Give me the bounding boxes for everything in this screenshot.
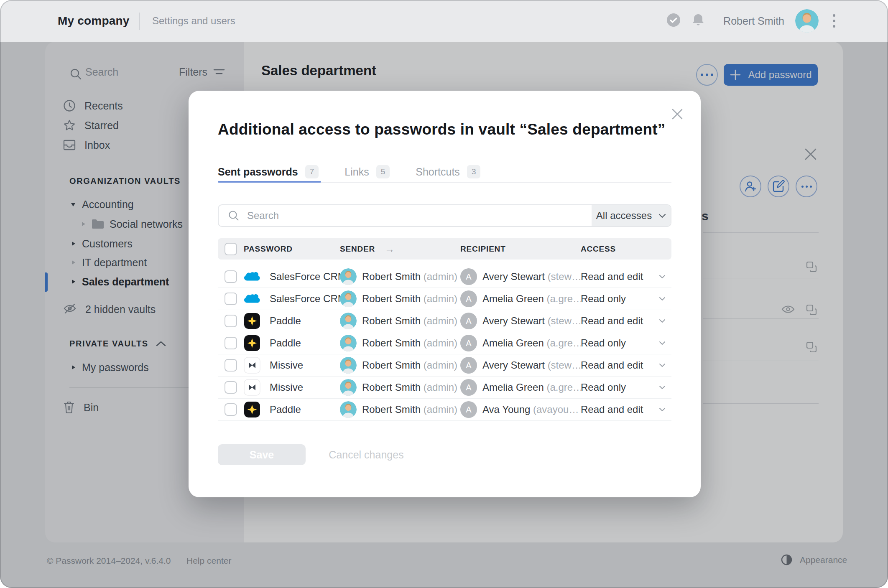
- row-checkbox[interactable]: [225, 381, 237, 394]
- company-name: My company: [58, 0, 130, 42]
- arrow-right-icon: →: [385, 243, 395, 255]
- topbar-divider: [139, 13, 140, 30]
- cancel-changes-button[interactable]: Cancel changes: [295, 444, 437, 465]
- salesforce-icon: [244, 290, 260, 307]
- row-checkbox[interactable]: [225, 403, 237, 416]
- tab-shortcuts[interactable]: Shortcuts 3: [416, 161, 480, 183]
- recipient-name: Amelia Green: [482, 337, 544, 349]
- row-checkbox[interactable]: [225, 337, 237, 349]
- password-name: Missive: [270, 382, 303, 393]
- access-level-dropdown[interactable]: Read only: [581, 293, 671, 305]
- access-level-dropdown[interactable]: Read and edit: [581, 315, 671, 327]
- chevron-down-icon: [659, 407, 666, 412]
- topbar-kebab-menu[interactable]: [829, 12, 839, 30]
- access-level-dropdown[interactable]: Read and edit: [581, 359, 671, 371]
- password-name: Paddle: [270, 315, 301, 327]
- row-checkbox[interactable]: [225, 270, 237, 283]
- sender-username: (admin): [424, 337, 457, 349]
- access-level-value: Read and edit: [581, 315, 659, 327]
- search-icon: [228, 210, 240, 221]
- access-level-value: Read and edit: [581, 404, 659, 415]
- password-name: SalesForce CRM: [270, 271, 346, 283]
- access-level-value: Read and edit: [581, 359, 659, 371]
- row-checkbox[interactable]: [225, 315, 237, 327]
- recipient-name: Avery Stewart: [482, 315, 545, 326]
- recipient-avatar: A: [460, 268, 477, 285]
- chevron-down-icon: [659, 385, 666, 389]
- access-level-dropdown[interactable]: Read only: [581, 337, 671, 349]
- sender-avatar: [340, 290, 357, 307]
- recipient-avatar: A: [460, 379, 477, 396]
- column-access: ACCESS: [581, 244, 616, 254]
- row-checkbox[interactable]: [225, 293, 237, 305]
- tab-links[interactable]: Links 5: [344, 161, 390, 183]
- recipient-username: (avayou…: [533, 404, 579, 415]
- password-name: Paddle: [270, 337, 301, 349]
- table-header: PASSWORD SENDER→ RECIPIENT ACCESS: [218, 238, 671, 260]
- recipient-avatar: A: [460, 290, 477, 307]
- recipient-username: (a.gre…: [546, 337, 581, 349]
- table-row: Missive Robert Smith (admin) A Amelia Gr…: [218, 377, 671, 399]
- recipient-name: Avery Stewart: [482, 271, 545, 282]
- sender-username: (admin): [424, 359, 457, 371]
- recipient-username: (stew…: [548, 359, 581, 371]
- sender-username: (admin): [424, 404, 457, 415]
- chevron-down-icon: [659, 319, 666, 323]
- save-button[interactable]: Save: [218, 444, 306, 465]
- topbar: My company Settings and users Robert Smi…: [0, 0, 888, 42]
- modal-tabs: Sent passwords 7 Links 5 Shortcuts 3: [218, 161, 671, 183]
- recipient-name: Amelia Green: [482, 382, 544, 393]
- column-password: PASSWORD: [244, 244, 293, 254]
- access-level-value: Read only: [581, 293, 659, 305]
- recipient-name: Avery Stewart: [482, 359, 545, 371]
- modal-table-rows: SalesForce CRM Robert Smith (admin) A Av…: [218, 266, 671, 421]
- recipient-avatar: A: [460, 313, 477, 329]
- chevron-down-icon: [658, 214, 666, 218]
- row-checkbox[interactable]: [225, 359, 237, 372]
- recipient-name: Amelia Green: [482, 293, 544, 304]
- sender-avatar: [340, 335, 357, 351]
- user-avatar[interactable]: [795, 9, 819, 33]
- access-level-value: Read only: [581, 382, 659, 393]
- modal-search: All accesses: [218, 204, 671, 227]
- sender-avatar: [340, 313, 357, 329]
- paddle-icon: [244, 313, 260, 329]
- chevron-down-icon: [659, 297, 666, 301]
- bell-icon[interactable]: [692, 13, 705, 29]
- check-circle-icon[interactable]: [666, 13, 681, 29]
- sender-name: Robert Smith: [362, 404, 421, 415]
- select-all-checkbox[interactable]: [225, 243, 237, 255]
- sender-name: Robert Smith: [362, 271, 421, 282]
- table-row: Paddle Robert Smith (admin) A Avery Stew…: [218, 310, 671, 332]
- recipient-avatar: A: [460, 357, 477, 374]
- recipient-name: Ava Young: [482, 404, 530, 415]
- salesforce-icon: [244, 268, 260, 285]
- table-row: Missive Robert Smith (admin) A Avery Ste…: [218, 354, 671, 377]
- settings-and-users-link[interactable]: Settings and users: [152, 0, 235, 42]
- access-level-dropdown[interactable]: Read only: [581, 382, 671, 393]
- sender-name: Robert Smith: [362, 315, 421, 326]
- column-recipient: RECIPIENT: [460, 244, 506, 254]
- access-level-dropdown[interactable]: Read and edit: [581, 271, 671, 283]
- sender-name: Robert Smith: [362, 359, 421, 371]
- sender-username: (admin): [424, 293, 457, 304]
- recipient-avatar: A: [460, 401, 477, 418]
- tab-sent-passwords[interactable]: Sent passwords 7: [218, 161, 319, 183]
- modal-title: Additional access to passwords in vault …: [218, 121, 674, 138]
- recipient-avatar: A: [460, 335, 477, 351]
- chevron-down-icon: [659, 341, 666, 345]
- modal-search-input[interactable]: [247, 205, 592, 226]
- access-level-value: Read and edit: [581, 271, 659, 283]
- sender-avatar: [340, 268, 357, 285]
- sender-avatar: [340, 357, 357, 374]
- sender-name: Robert Smith: [362, 337, 421, 349]
- app-window: My company Settings and users Robert Smi…: [0, 0, 888, 588]
- topbar-user-name[interactable]: Robert Smith: [723, 15, 784, 27]
- access-filter-dropdown[interactable]: All accesses: [592, 205, 671, 226]
- chevron-down-icon: [659, 363, 666, 367]
- password-name: Missive: [270, 359, 303, 371]
- sender-avatar: [340, 401, 357, 418]
- access-level-dropdown[interactable]: Read and edit: [581, 404, 671, 415]
- missive-icon: [244, 357, 260, 374]
- password-name: SalesForce CRM: [270, 293, 346, 305]
